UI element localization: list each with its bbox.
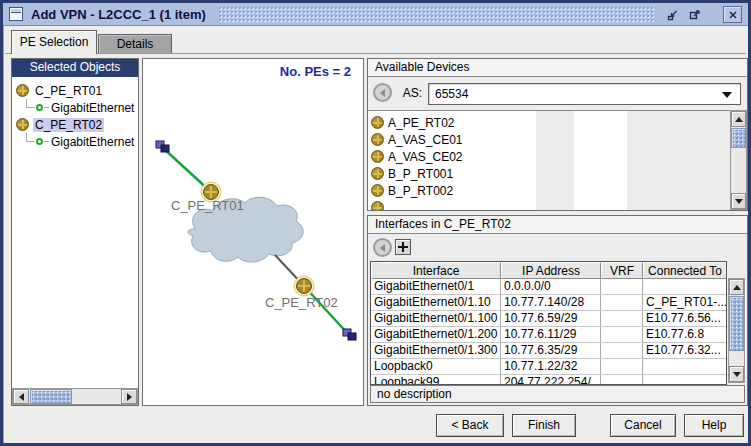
tree-item-interface[interactable]: GigabitEthernet <box>12 99 138 116</box>
device-list-item[interactable]: A_PE_RT02 <box>368 114 747 131</box>
table-body: GigabitEthernet0/1 0.0.0.0/0 GigabitEthe… <box>371 279 726 384</box>
router-icon <box>371 184 384 197</box>
topology-canvas: No. PEs = 2 <box>142 58 364 406</box>
tree-elbow-connector <box>26 99 35 108</box>
interfaces-table-scrollbar[interactable] <box>728 278 745 383</box>
as-selector-row: AS: 65534 <box>368 77 747 110</box>
scroll-up-icon[interactable] <box>731 111 746 127</box>
finish-button[interactable]: Finish <box>512 414 576 437</box>
tree-item-router-selected[interactable]: C_PE_RT02 <box>12 116 138 133</box>
tree-item-router[interactable]: C_PE_RT01 <box>12 82 138 99</box>
table-row[interactable]: GigabitEthernet0/1.300 10.77.6.35/29 E10… <box>371 343 726 359</box>
scrollbar-thumb[interactable] <box>729 296 744 351</box>
dialog-add-vpn: Add VPN - L2CCC_1 (1 item) PE Selection … <box>0 0 751 446</box>
selected-objects-panel: Selected Objects C_PE_RT01 GigabitEthern… <box>11 58 139 406</box>
deselect-device-back-button[interactable] <box>373 83 392 102</box>
scroll-down-icon[interactable] <box>729 366 744 382</box>
interface-icon <box>36 104 43 111</box>
scroll-right-icon[interactable] <box>121 389 137 404</box>
scroll-up-icon[interactable] <box>729 279 744 295</box>
tree-item-interface[interactable]: GigabitEthernet <box>12 133 138 150</box>
description-status-bar: no description <box>370 385 745 403</box>
device-list-item[interactable]: B_P_RT002 <box>368 182 747 199</box>
node-ce1[interactable] <box>156 141 169 152</box>
cancel-button[interactable]: Cancel <box>610 414 676 437</box>
minimize-icon[interactable] <box>663 6 682 23</box>
router-icon <box>371 116 384 129</box>
interfaces-header: Interfaces in C_PE_RT02 <box>368 216 747 234</box>
node-label-pe1: C_PE_RT01 <box>171 198 244 213</box>
deselect-interface-back-button[interactable] <box>373 238 392 257</box>
scrollbar-thumb[interactable] <box>30 389 72 404</box>
maximize-icon[interactable] <box>685 6 704 23</box>
scrollbar-thumb[interactable] <box>731 128 746 148</box>
help-button[interactable]: Help <box>684 414 744 437</box>
router-icon <box>371 133 384 146</box>
device-list: A_PE_RT02 A_VAS_CE01 A_VAS_CE02 B_P_RT00… <box>368 110 747 210</box>
table-row[interactable]: GigabitEthernet0/1.10 10.77.7.140/28 C_P… <box>371 295 726 311</box>
chevron-down-icon <box>722 92 732 98</box>
table-row[interactable]: GigabitEthernet0/1.200 10.77.6.11/29 E10… <box>371 327 726 343</box>
interface-icon <box>36 138 43 145</box>
device-list-item[interactable]: B_P_RT001 <box>368 165 747 182</box>
node-label-pe2: C_PE_RT02 <box>265 295 338 310</box>
tree-horizontal-scrollbar[interactable] <box>12 388 138 405</box>
as-combobox[interactable]: 65534 <box>428 83 741 105</box>
add-interface-button[interactable] <box>395 239 411 255</box>
scroll-left-icon[interactable] <box>13 389 29 404</box>
table-row[interactable]: GigabitEthernet0/1.100 10.77.6.59/29 E10… <box>371 311 726 327</box>
column-header-connected-to[interactable]: Connected To <box>643 262 726 279</box>
node-pe2-router[interactable] <box>294 276 314 296</box>
topology-diagram <box>143 59 363 405</box>
window-icon <box>9 7 23 21</box>
table-header-row: Interface IP Address VRF Connected To <box>371 262 726 279</box>
column-header-vrf[interactable]: VRF <box>601 262 643 279</box>
available-devices-header: Available Devices <box>368 59 747 77</box>
titlebar-texture <box>219 7 655 22</box>
router-icon <box>16 118 29 131</box>
back-button[interactable]: < Back <box>436 414 504 437</box>
router-icon <box>371 201 384 210</box>
interfaces-toolbar <box>368 234 747 261</box>
title-bar[interactable]: Add VPN - L2CCC_1 (1 item) <box>3 3 748 26</box>
device-list-item[interactable]: A_VAS_CE02 <box>368 148 747 165</box>
scroll-down-icon[interactable] <box>731 193 746 209</box>
table-row[interactable]: GigabitEthernet0/1 0.0.0.0/0 <box>371 279 726 295</box>
tab-pe-selection[interactable]: PE Selection <box>11 30 97 54</box>
device-list-scrollbar[interactable] <box>730 110 747 210</box>
as-label: AS: <box>396 77 422 110</box>
available-devices-section: Available Devices AS: 65534 A_PE_RT02 A_… <box>367 58 748 211</box>
as-combobox-value: 65534 <box>435 87 468 101</box>
selected-objects-tree: C_PE_RT01 GigabitEthernet C_PE_RT02 Giga… <box>12 77 138 388</box>
device-list-item[interactable]: A_VAS_CE01 <box>368 131 747 148</box>
selected-objects-header: Selected Objects <box>12 59 138 77</box>
interfaces-section: Interfaces in C_PE_RT02 Interface IP Add… <box>367 215 748 406</box>
device-list-item-partial[interactable] <box>368 199 747 210</box>
tab-details[interactable]: Details <box>98 34 172 54</box>
router-icon <box>16 84 29 97</box>
table-row[interactable]: Loopback0 10.77.1.22/32 <box>371 359 726 375</box>
router-icon <box>371 167 384 180</box>
column-header-ip-address[interactable]: IP Address <box>501 262 601 279</box>
window-title: Add VPN - L2CCC_1 (1 item) <box>31 3 206 26</box>
table-row-partial[interactable]: Loopback99 204.77.222.254/ <box>371 375 726 384</box>
router-icon <box>371 150 384 163</box>
node-ce2[interactable] <box>343 329 356 340</box>
close-icon[interactable] <box>723 6 742 23</box>
column-header-interface[interactable]: Interface <box>371 262 501 279</box>
tab-content-divider <box>5 53 746 54</box>
interfaces-table: Interface IP Address VRF Connected To Gi… <box>370 261 727 385</box>
tree-elbow-connector <box>26 133 35 142</box>
